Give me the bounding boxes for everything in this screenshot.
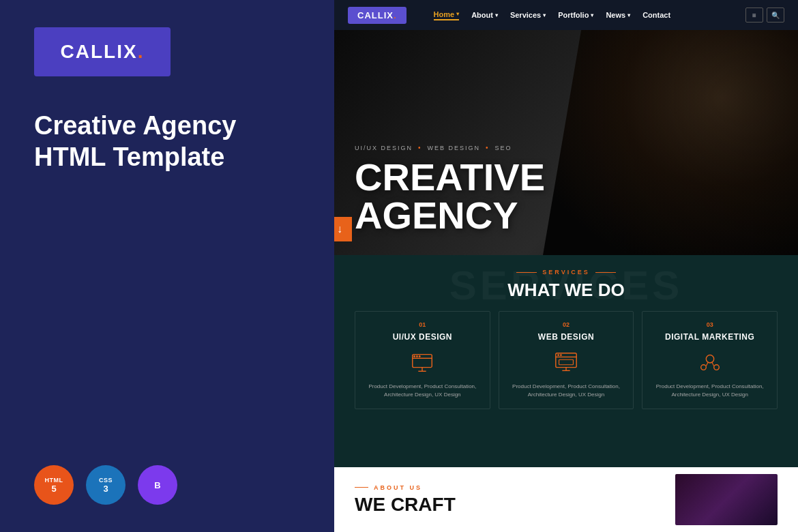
service-num-1: 01 (364, 321, 482, 328)
service-name-2: WEB DESIGN (507, 332, 625, 342)
nav-portfolio[interactable]: Portfolio ▾ (558, 11, 593, 19)
service-name-3: DIGITAL MARKETING (651, 332, 769, 342)
about-image (675, 474, 778, 525)
nav-home[interactable]: Home ▾ (434, 10, 460, 20)
nav-contact[interactable]: Contact (642, 11, 670, 19)
hero-title: CREATIVE AGENCY (355, 158, 545, 235)
hero-background: UI/UX DESIGN • WEB DESIGN • SEO CREATIVE… (334, 30, 798, 255)
services-title: WHAT WE DO (355, 280, 778, 301)
badges-row: HTML 5 CSS 3 B (34, 465, 300, 505)
service-icon-uiux (409, 349, 436, 376)
nav-search-btn[interactable]: 🔍 (767, 8, 784, 23)
nav-about[interactable]: About ▾ (471, 11, 498, 19)
html-badge: HTML 5 (34, 465, 74, 505)
about-text: ABOUT US WE CRAFT (355, 484, 655, 516)
svg-line-18 (712, 362, 714, 366)
service-icon-marketing (696, 349, 724, 376)
svg-line-17 (706, 362, 708, 366)
service-card-2: 02 WEB DESIGN Product Development, Produ… (499, 311, 634, 409)
right-panel: CALLIX. Home ▾ About ▾ Services ▾ Portfo… (334, 0, 798, 532)
service-desc-2: Product Development, Product Consultatio… (507, 383, 625, 399)
svg-point-14 (706, 355, 713, 363)
about-section: ABOUT US WE CRAFT (334, 467, 798, 532)
service-num-3: 03 (651, 321, 769, 328)
nav-services[interactable]: Services ▾ (510, 11, 546, 19)
nav-links: Home ▾ About ▾ Services ▾ Portfolio ▾ Ne… (434, 10, 671, 20)
hero-content: UI/UX DESIGN • WEB DESIGN • SEO CREATIVE… (355, 144, 545, 235)
svg-point-10 (560, 354, 562, 356)
service-desc-3: Product Development, Product Consultatio… (651, 383, 769, 399)
nav-logo: CALLIX. (348, 7, 407, 24)
about-label: ABOUT US (355, 484, 655, 491)
service-name-1: UI/UX DESIGN (364, 332, 482, 342)
hero-person-image (543, 30, 798, 255)
nav-actions: ≡ 🔍 (745, 8, 784, 23)
svg-point-16 (713, 365, 719, 370)
service-card-3: 03 DIGITAL MARKETING Product Development… (642, 311, 778, 409)
svg-rect-0 (413, 355, 432, 368)
svg-point-3 (416, 355, 418, 357)
hero-subtitle: UI/UX DESIGN • WEB DESIGN • SEO (355, 144, 545, 151)
services-label: SERVICES (355, 269, 778, 276)
bootstrap-badge: B (138, 465, 177, 505)
service-card-1: 01 UI/UX DESIGN Product Development, Pro… (355, 311, 490, 409)
svg-point-2 (414, 355, 416, 357)
service-desc-1: Product Development, Product Consultatio… (364, 383, 482, 399)
service-num-2: 02 (507, 321, 625, 328)
svg-point-15 (700, 365, 706, 370)
scroll-indicator[interactable]: ↓ (334, 217, 352, 241)
logo: CALLIX. (61, 41, 145, 63)
left-panel: CALLIX. Creative Agency HTML Template HT… (0, 0, 334, 532)
about-title: WE CRAFT (355, 494, 655, 516)
svg-point-4 (419, 355, 421, 357)
navbar: CALLIX. Home ▾ About ▾ Services ▾ Portfo… (334, 0, 798, 30)
services-section: SERVICES SERVICES WHAT WE DO 01 UI/UX DE… (334, 255, 798, 467)
main-title: Creative Agency HTML Template (34, 110, 300, 173)
svg-rect-11 (559, 359, 574, 365)
service-icon-web (552, 349, 580, 376)
services-cards: 01 UI/UX DESIGN Product Development, Pro… (355, 311, 778, 409)
css-badge: CSS 3 (86, 465, 125, 505)
nav-logo-dot: . (394, 10, 397, 20)
svg-point-9 (557, 354, 559, 356)
nav-menu-btn[interactable]: ≡ (745, 8, 763, 23)
services-header: SERVICES WHAT WE DO (355, 269, 778, 301)
nav-news[interactable]: News ▾ (606, 11, 630, 19)
hero-section: UI/UX DESIGN • WEB DESIGN • SEO CREATIVE… (334, 30, 798, 255)
logo-box: CALLIX. (34, 27, 171, 76)
